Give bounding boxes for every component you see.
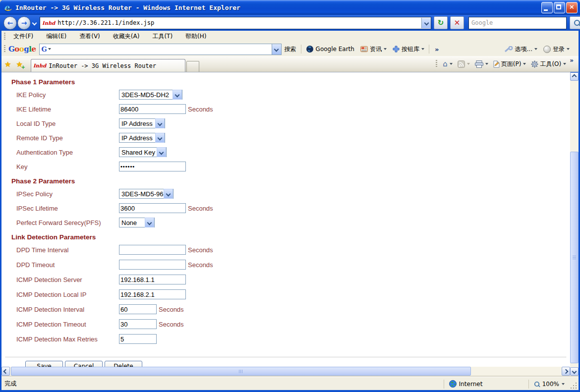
select-value: 3DES-MD5-96 [119, 190, 164, 198]
history-dropdown-button[interactable] [31, 17, 38, 28]
signin-label: 登录 [553, 45, 565, 54]
favorites-center-button[interactable]: ★ [1, 60, 13, 72]
toolbar-overflow-button[interactable]: » [431, 46, 443, 53]
magnifier-icon [534, 381, 539, 386]
globe-icon [449, 380, 457, 388]
field-row-local-id-type: Local ID Type IP Address [16, 118, 570, 128]
button-gallery-button[interactable]: 按钮库 [390, 44, 427, 55]
menu-edit[interactable]: 编辑(E) [41, 31, 71, 42]
refresh-button[interactable]: ↻ [434, 16, 448, 29]
chevron-down-icon[interactable] [48, 48, 51, 50]
tab-active[interactable]: Inhd InRouter -> 3G Wireless Router [31, 59, 185, 72]
field-label: Authentication Type [16, 149, 119, 156]
add-favorite-button[interactable]: ★+ [13, 60, 24, 72]
key-password-input[interactable] [119, 162, 186, 171]
vertical-scrollbar[interactable] [570, 72, 579, 376]
authentication-type-select[interactable]: Shared Key [119, 147, 167, 157]
resize-grip[interactable] [570, 382, 578, 390]
google-search-go-button[interactable]: 搜索 [282, 44, 299, 55]
horizontal-scrollbar[interactable] [1, 367, 570, 376]
chevron-down-icon [173, 90, 182, 100]
maximize-button[interactable] [554, 2, 565, 13]
horizontal-scroll-thumb[interactable] [11, 367, 471, 376]
search-button[interactable] [570, 16, 580, 29]
ike-lifetime-input[interactable] [119, 104, 186, 114]
minimize-button[interactable] [541, 2, 553, 13]
toolbar-grip[interactable] [4, 45, 5, 53]
menu-tools[interactable]: 工具(T) [147, 31, 177, 42]
field-row-icmp-interval: ICMP Detection Interval Seconds [16, 304, 570, 314]
back-button[interactable]: ← [3, 16, 17, 30]
local-id-type-select[interactable]: IP Address [119, 118, 165, 128]
field-label: IPSec Policy [16, 190, 119, 198]
google-search-box[interactable]: G [39, 44, 282, 55]
page-content: Phase 1 Parameters IKE Policy 3DES-MD5-D… [1, 72, 570, 367]
scroll-down-button[interactable] [570, 367, 579, 376]
ipsec-lifetime-input[interactable] [119, 203, 186, 213]
google-search-dropdown[interactable] [272, 44, 281, 55]
star-icon: ★ [4, 60, 11, 69]
page-menu-button[interactable]: 页面(P) [491, 59, 529, 69]
separator [5, 357, 566, 357]
menu-favorites[interactable]: 收藏夹(A) [108, 31, 145, 42]
address-input[interactable]: Inhd http://3.36.221.1/index.jsp [40, 17, 431, 29]
tools-menu-button[interactable]: 工具(O) [528, 59, 569, 69]
options-button[interactable]: 选项... [502, 44, 540, 55]
site-favicon: Inhd [42, 20, 55, 26]
chevron-down-icon [155, 118, 165, 128]
menu-view[interactable]: 查看(V) [74, 31, 105, 42]
menu-help[interactable]: 帮助(H) [180, 31, 211, 42]
remote-id-type-select[interactable]: IP Address [119, 133, 165, 143]
earth-globe-icon [306, 45, 314, 53]
icmp-detection-interval-input[interactable] [119, 304, 157, 314]
home-button[interactable]: ⌂ [440, 59, 455, 69]
forward-button[interactable]: → [17, 16, 31, 30]
ipsec-policy-select[interactable]: 3DES-MD5-96 [119, 189, 174, 199]
chevron-down-icon [572, 369, 577, 374]
field-row-ipsec-lifetime: IPSec Lifetime Seconds [16, 203, 570, 213]
feeds-button[interactable] [455, 59, 472, 69]
browser-window: e InRouter -> 3G Wireless Router - Windo… [0, 0, 580, 392]
toolbar-grip[interactable] [436, 60, 437, 68]
icmp-detection-local-ip-input[interactable] [119, 289, 186, 299]
field-row-ike-lifetime: IKE Lifetime Seconds [16, 104, 570, 114]
news-label: 资讯 [370, 45, 382, 54]
scroll-right-button[interactable] [562, 367, 570, 376]
stop-button[interactable]: ✕ [450, 16, 464, 29]
refresh-icon: ↻ [438, 19, 444, 27]
chevron-left-icon [3, 369, 8, 374]
new-tab-button[interactable] [186, 61, 199, 72]
toolbar-grip[interactable] [4, 33, 5, 41]
field-row-icmp-local-ip: ICMP Detection Local IP [16, 289, 570, 299]
field-label: Perfect Forward Serecy(PFS) [16, 219, 119, 226]
icmp-detection-timeout-input[interactable] [119, 319, 157, 329]
ike-policy-select[interactable]: 3DES-MD5-DH2 [119, 90, 182, 100]
field-row-pfs: Perfect Forward Serecy(PFS) None [16, 218, 570, 227]
scroll-up-button[interactable] [570, 72, 579, 81]
icmp-detection-max-retries-input[interactable] [119, 334, 157, 344]
search-input[interactable] [469, 17, 566, 29]
dpd-time-interval-input[interactable] [119, 245, 186, 255]
print-button[interactable] [472, 59, 491, 69]
command-overflow-button[interactable]: » [569, 56, 577, 64]
dpd-timeout-input[interactable] [119, 260, 186, 270]
menu-file[interactable]: 文件(F) [8, 31, 38, 42]
address-dropdown-button[interactable] [421, 18, 431, 28]
vertical-scroll-thumb[interactable] [570, 152, 579, 363]
field-row-ipsec-policy: IPSec Policy 3DES-MD5-96 [16, 189, 570, 199]
google-earth-button[interactable]: Google Earth [303, 44, 357, 55]
chevron-up-icon [572, 74, 577, 79]
section-header-phase1: Phase 1 Parameters [11, 78, 570, 86]
window-title: InRouter -> 3G Wireless Router - Windows… [15, 4, 240, 11]
section-header-phase2: Phase 2 Parameters [11, 177, 570, 185]
close-button[interactable]: × [566, 2, 578, 13]
zoom-level: 100% [542, 381, 559, 388]
signin-button[interactable]: 登录 [540, 44, 573, 55]
news-button[interactable]: 资讯 [357, 44, 390, 55]
status-text: 完成 [1, 380, 16, 388]
icmp-detection-server-input[interactable] [119, 275, 186, 284]
scroll-left-button[interactable] [1, 367, 10, 376]
pfs-select[interactable]: None [119, 218, 155, 227]
field-row-ike-policy: IKE Policy 3DES-MD5-DH2 [16, 90, 570, 100]
zoom-control[interactable]: 100% [529, 381, 570, 388]
